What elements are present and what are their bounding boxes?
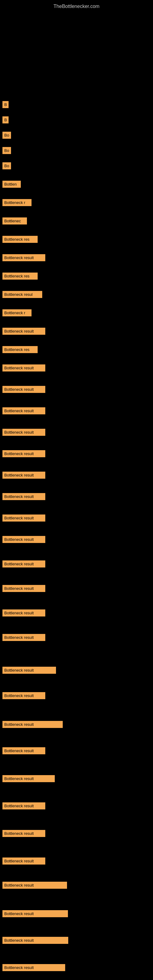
bottleneck-result-item: Bottleneck result <box>2 964 65 971</box>
bottleneck-result-item: Bottleneck result <box>2 450 45 457</box>
bottleneck-result-item: Bo <box>2 132 11 139</box>
bottleneck-result-item: Bottleneck result <box>2 692 45 699</box>
bottleneck-result-item: Bottleneck result <box>2 910 68 917</box>
bottleneck-result-item: Bottleneck res <box>2 346 38 353</box>
bottleneck-result-item: Bottleneck result <box>2 429 45 436</box>
bottleneck-result-item: Bottleneck result <box>2 937 68 944</box>
bottleneck-result-item: Bottleneck result <box>2 747 45 754</box>
bottleneck-result-item: Bottleneck result <box>2 634 45 641</box>
bottleneck-result-item: Bottleneck result <box>2 560 45 568</box>
bottleneck-result-item: B <box>2 101 9 108</box>
bottleneck-result-item: Bottleneck resul <box>2 291 42 298</box>
bottleneck-result-item: Bottleneck res <box>2 272 38 280</box>
bottleneck-result-item: Bottleneck result <box>2 472 45 479</box>
bottleneck-result-item: Bottleneck result <box>2 407 45 414</box>
bottleneck-result-item: Bo <box>2 162 11 169</box>
bottleneck-result-item: Bottlenec <box>2 218 27 224</box>
bottleneck-result-item: Bottleneck result <box>2 721 63 728</box>
bottleneck-result-item: Bottleneck result <box>2 328 45 335</box>
bottleneck-result-item: Bottleneck r <box>2 309 32 317</box>
bottleneck-result-item: Bo <box>2 147 11 154</box>
bottleneck-result-item: Bottleneck result <box>2 775 55 782</box>
bottleneck-result-item: Bottlen <box>2 181 21 188</box>
bottleneck-result-item: Bottleneck result <box>2 493 45 500</box>
bottleneck-result-item: Bottleneck result <box>2 254 45 261</box>
bottleneck-result-item: Bottleneck result <box>2 830 45 837</box>
bottleneck-result-item: Bottleneck result <box>2 802 45 810</box>
bottleneck-result-item: Bottleneck r <box>2 199 32 206</box>
bottleneck-result-item: Bottleneck result <box>2 585 45 592</box>
bottleneck-result-item: Bottleneck result <box>2 386 45 393</box>
bottleneck-result-item: Bottleneck result <box>2 536 45 543</box>
bottleneck-result-item: Bottleneck result <box>2 364 45 371</box>
bottleneck-result-item: B <box>2 116 9 123</box>
site-title: TheBottlenecker.com <box>0 1 153 12</box>
bottleneck-result-item: Bottleneck result <box>2 882 67 889</box>
bottleneck-result-item: Bottleneck res <box>2 236 38 243</box>
bottleneck-result-item: Bottleneck result <box>2 609 45 616</box>
bottleneck-result-item: Bottleneck result <box>2 667 56 674</box>
bottleneck-result-item: Bottleneck result <box>2 514 45 522</box>
bottleneck-result-item: Bottleneck result <box>2 858 45 865</box>
